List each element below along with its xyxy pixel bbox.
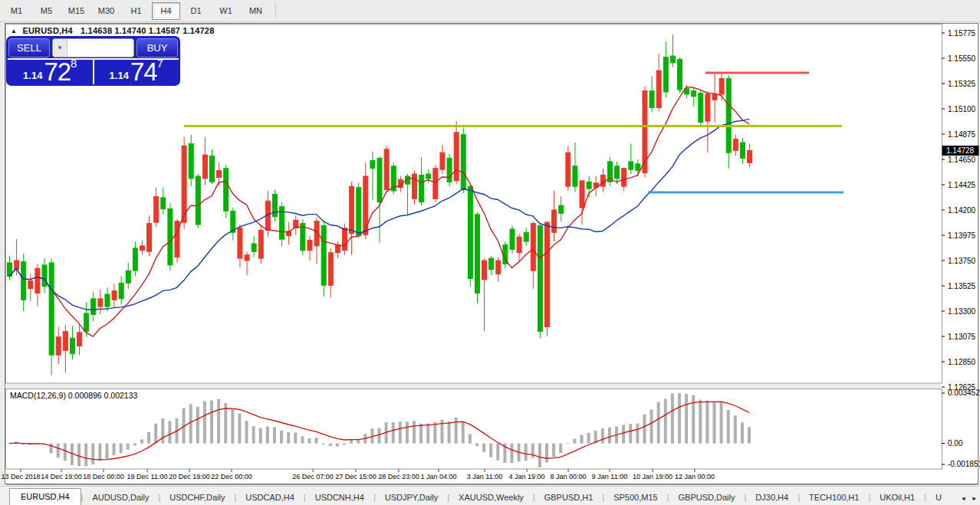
buy-price-prefix: 1.14 — [110, 68, 129, 84]
tab-scroll-left-button[interactable]: ◂ — [960, 494, 967, 502]
symbol-title: EURUSD,H4 — [22, 26, 72, 35]
toolbar-separator — [275, 4, 276, 18]
lot-decrease-button[interactable]: ▼ — [53, 39, 67, 57]
tab-xauusd-weekly[interactable]: XAUUSD,Weekly — [449, 490, 533, 505]
tab-u[interactable]: U — [926, 490, 951, 505]
tab-dj30-h4[interactable]: DJ30,H4 — [746, 490, 797, 505]
sell-price-pipette: 8 — [71, 58, 77, 69]
macd-indicator-label: MACD(12,26,9) 0.000896 0.002133 — [10, 391, 137, 400]
tab-usdchf-daily[interactable]: USDCHF,Daily — [160, 490, 234, 505]
tab-usdcnh-h4[interactable]: USDCNH,H4 — [306, 490, 373, 505]
tab-tech100-h1[interactable]: TECH100,H1 — [800, 490, 868, 505]
tf-button-h1[interactable]: H1 — [122, 2, 150, 20]
tf-button-m1[interactable]: M1 — [2, 2, 31, 20]
symbol-tab-bar: EURUSD,H4|AUDUSD,Daily|USDCHF,Daily|USDC… — [0, 486, 980, 505]
sell-price-big: 72 — [44, 61, 71, 84]
tf-button-m30[interactable]: M30 — [92, 2, 120, 20]
chart-window[interactable] — [5, 23, 978, 484]
tab-scroll-right-button[interactable]: ▸ — [971, 494, 978, 502]
timeframe-toolbar: M1M5M15M30H1H4D1W1MN — [0, 0, 980, 22]
tab-sp500-m15[interactable]: SP500,M15 — [604, 490, 666, 505]
tf-button-m15[interactable]: M15 — [62, 2, 90, 20]
chart-title: ▲ EURUSD,H4 1.14638 1.14740 1.14587 1.14… — [11, 26, 214, 35]
tab-ukoil-h1[interactable]: UKOil,H1 — [870, 490, 924, 505]
sell-price-prefix: 1.14 — [23, 68, 42, 84]
buy-price-big: 74 — [130, 61, 157, 84]
tf-button-m5[interactable]: M5 — [32, 2, 61, 20]
tab-audusd-daily[interactable]: AUDUSD,Daily — [83, 490, 158, 505]
tab-eurusd-h4[interactable]: EURUSD,H4 — [9, 488, 81, 505]
sell-button[interactable]: SELL — [8, 38, 50, 57]
tf-button-mn[interactable]: MN — [242, 2, 270, 20]
tf-button-h4[interactable]: H4 — [152, 2, 180, 20]
tab-gbpusd-h1[interactable]: GBPUSD,H1 — [535, 490, 603, 505]
one-click-trading-panel: SELL ▼ ▲ BUY 1.14 72 8 1.14 74 7 — [6, 36, 180, 86]
ohlc-quote: 1.14638 1.14740 1.14587 1.14728 — [81, 26, 214, 35]
tab-usdcad-h4[interactable]: USDCAD,H4 — [236, 490, 304, 505]
sell-price[interactable]: 1.14 72 8 — [8, 60, 94, 84]
buy-button[interactable]: BUY — [136, 38, 178, 57]
tf-button-d1[interactable]: D1 — [182, 2, 210, 20]
chevron-down-icon: ▼ — [57, 44, 63, 51]
tf-button-w1[interactable]: W1 — [212, 2, 240, 20]
buy-price-pipette: 7 — [157, 58, 163, 69]
lot-input[interactable] — [67, 39, 134, 57]
tab-gbpusd-daily[interactable]: GBPUSD,Daily — [669, 490, 745, 505]
buy-price[interactable]: 1.14 74 7 — [94, 60, 179, 84]
collapse-triangle-icon[interactable]: ▲ — [11, 28, 17, 34]
lot-stepper: ▼ ▲ — [52, 38, 134, 57]
tab-usdjpy-daily[interactable]: USDJPY,Daily — [376, 490, 448, 505]
